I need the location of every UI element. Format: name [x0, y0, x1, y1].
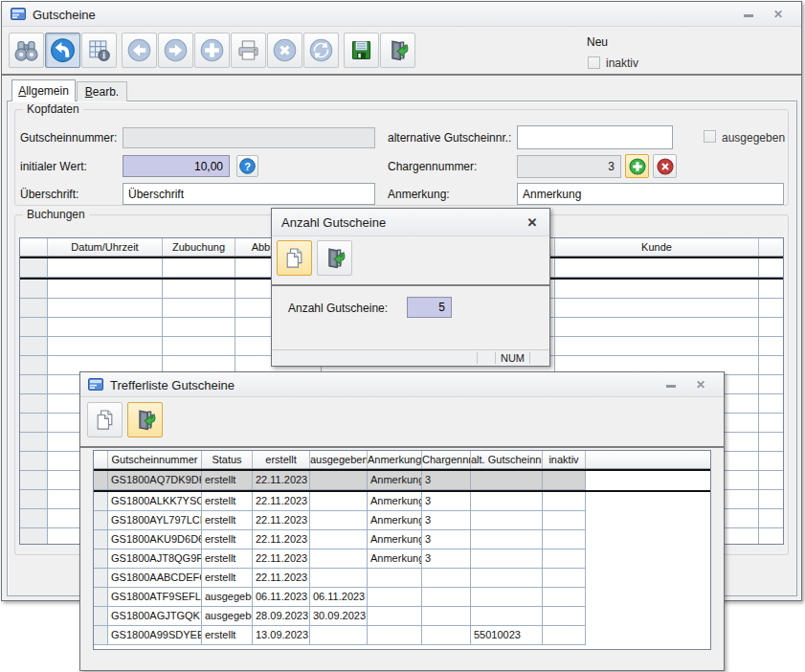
- dialog-statusbar: NUM: [272, 349, 549, 366]
- column-header[interactable]: Gutscheinnummer: [108, 451, 202, 468]
- grid-header-row: GutscheinnummerStatuserstelltausgegebenA…: [94, 451, 710, 469]
- trefferliste-grid: GutscheinnummerStatuserstelltausgegebenA…: [93, 450, 711, 650]
- grid-cell: [368, 607, 422, 626]
- table-row[interactable]: GS1800AKU9D6D6Terstellt22.11.2023Anmerku…: [94, 530, 710, 549]
- column-header[interactable]: [759, 238, 784, 256]
- grid-cell: [759, 318, 784, 337]
- grid-cell: [759, 433, 784, 452]
- grid-cell: 30.09.2023: [310, 607, 368, 626]
- grid-cell: Anmerkung: [368, 471, 422, 490]
- row-selector: [94, 471, 108, 490]
- ausgegeben-checkbox[interactable]: [704, 130, 716, 143]
- new-button[interactable]: [194, 33, 230, 68]
- table-row[interactable]: GS1800AYL797LCLerstellt22.11.2023Anmerku…: [94, 511, 710, 530]
- grid-cell: [759, 337, 784, 356]
- table-row[interactable]: GS1800A99SDYEEDerstellt13.09.20235501002…: [94, 626, 710, 645]
- next-button[interactable]: [158, 33, 193, 68]
- column-header[interactable]: Anmerkung: [368, 451, 422, 468]
- grid-cell: [759, 299, 784, 318]
- table-row[interactable]: GS1800AQ7DK9DKKerstellt22.11.2023Anmerku…: [94, 471, 710, 490]
- row-selector: [20, 490, 48, 509]
- anzahl-gutscheine-field[interactable]: [407, 297, 452, 318]
- return-button[interactable]: [45, 33, 80, 68]
- trefferliste-close-button[interactable]: ✕: [693, 377, 708, 392]
- help-button[interactable]: [236, 155, 258, 177]
- row-selector: [20, 433, 48, 452]
- exit-button[interactable]: [380, 33, 415, 68]
- exit-door-icon: [132, 407, 158, 433]
- grid-cell: [422, 607, 471, 626]
- grid-cell: 22.11.2023: [253, 511, 310, 530]
- grid-cell: erstellt: [202, 569, 253, 588]
- grid-cell: [555, 280, 759, 299]
- dialog-titlebar[interactable]: Anzahl Gutscheine ✕: [272, 209, 549, 236]
- window-title: Gutscheine: [33, 8, 96, 22]
- alt-gutscheinnr-field[interactable]: [517, 125, 673, 149]
- row-selector: [94, 511, 108, 530]
- statusbar-separator: [477, 352, 478, 364]
- gutscheine-titlebar[interactable]: Gutscheine ✕: [2, 2, 801, 27]
- column-header[interactable]: ausgegeben: [310, 451, 368, 468]
- column-header[interactable]: Datum/Uhrzeit: [48, 238, 163, 256]
- column-header[interactable]: [94, 451, 108, 468]
- grid-cell: [310, 471, 368, 490]
- table-row[interactable]: GS1800AGJTGQK7Jausgegeben28.09.202330.09…: [94, 607, 710, 626]
- cancel-button[interactable]: [267, 33, 302, 68]
- column-header[interactable]: erstellt: [253, 451, 310, 468]
- row-selector: [94, 549, 108, 569]
- table-row[interactable]: GS1800ALKK7YSCGerstellt22.11.2023Anmerku…: [94, 492, 710, 511]
- column-header[interactable]: alt. Gutscheinnr.: [471, 451, 543, 468]
- table-row[interactable]: GS1800AABCDEFGHerstellt22.11.2023: [94, 569, 710, 588]
- grid-cell: GS1800ALKK7YSCG: [108, 492, 202, 511]
- grid-cell: [555, 318, 759, 337]
- row-selector: [20, 356, 48, 375]
- grid-cell: [48, 258, 163, 278]
- search-button[interactable]: [9, 33, 44, 68]
- minimize-button[interactable]: [742, 11, 755, 20]
- trefferliste-minimize-button[interactable]: [664, 381, 678, 391]
- anmerkung-field[interactable]: [517, 183, 784, 205]
- grid-cell: 22.11.2023: [253, 492, 310, 511]
- inaktiv-checkbox[interactable]: [588, 56, 600, 69]
- table-row[interactable]: GS1800ATF9SEFLLausgegeben06.11.202306.11…: [94, 588, 710, 607]
- grid-cell: 28.09.2023: [253, 607, 310, 626]
- column-header[interactable]: Status: [202, 451, 253, 468]
- close-button[interactable]: ✕: [771, 7, 786, 22]
- trefferliste-window: Trefferliste Gutscheine ✕ Gutscheinnumme…: [79, 371, 725, 671]
- trefferliste-copy-button[interactable]: [87, 402, 123, 437]
- previous-button[interactable]: [122, 33, 157, 68]
- row-selector: [94, 588, 108, 607]
- column-header[interactable]: Kunde: [555, 238, 759, 256]
- tab-bearb[interactable]: Bearb.: [77, 81, 127, 101]
- column-header[interactable]: inaktiv: [543, 451, 586, 468]
- row-selector: [20, 509, 48, 528]
- add-charge-button[interactable]: [625, 154, 649, 178]
- remove-charge-button[interactable]: [653, 154, 677, 178]
- grid-cell: 3: [422, 492, 471, 511]
- refresh-button[interactable]: [303, 33, 339, 68]
- trefferliste-exit-button[interactable]: [127, 402, 163, 437]
- dialog-exit-button[interactable]: [317, 240, 352, 276]
- create-copies-button[interactable]: [277, 240, 312, 276]
- initialer-wert-field[interactable]: [123, 155, 230, 177]
- row-selector: [20, 258, 48, 278]
- table-row[interactable]: GS1800AJT8QG9FQerstellt22.11.2023Anmerku…: [94, 549, 710, 569]
- ueberschrift-field[interactable]: [123, 183, 375, 205]
- grid-cell: [48, 299, 163, 318]
- save-button[interactable]: [344, 33, 379, 68]
- grid-info-button[interactable]: [81, 33, 117, 68]
- grid-cell: [543, 626, 586, 645]
- trefferliste-titlebar[interactable]: Trefferliste Gutscheine ✕: [80, 372, 724, 397]
- grid-cell: 22.11.2023: [253, 530, 310, 549]
- kopfdaten-legend: Kopfdaten: [23, 102, 83, 116]
- print-button[interactable]: [231, 33, 266, 68]
- grid-cell: Anmerkung: [368, 492, 422, 511]
- dialog-close-button[interactable]: ✕: [525, 215, 540, 231]
- row-selector: [20, 414, 48, 433]
- column-header[interactable]: Chargennr.: [422, 451, 471, 468]
- tab-allgemein[interactable]: Allgemein: [11, 79, 76, 101]
- mode-label: Neu: [587, 35, 608, 49]
- desktop: Gutscheine ✕ Neu inaktiv Allgemein Bearb…: [0, 0, 805, 672]
- column-header[interactable]: Zubuchung: [163, 238, 235, 256]
- column-header[interactable]: [20, 238, 48, 256]
